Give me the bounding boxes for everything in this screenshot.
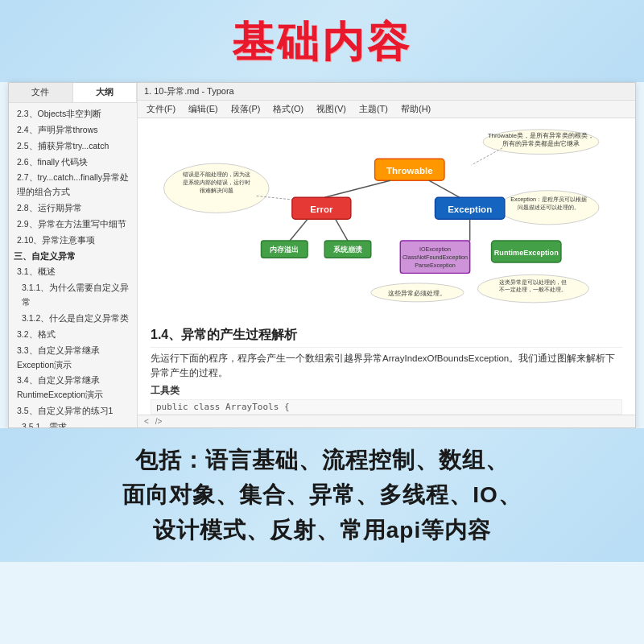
svg-text:Throwable: Throwable — [386, 166, 433, 175]
svg-text:这些异常必须处理。: 这些异常必须处理。 — [388, 290, 446, 297]
list-item[interactable]: 3.2、格式 — [10, 327, 135, 343]
svg-text:错误是不能处理的，因为这: 错误是不能处理的，因为这 — [182, 171, 250, 178]
list-item[interactable]: 2.8、运行期异常 — [10, 200, 135, 217]
svg-text:很难解决问题: 很难解决问题 — [200, 187, 233, 194]
bottom-toolbar: < /> — [138, 415, 635, 427]
svg-text:不一定处理，一般不处理。: 不一定处理，一般不处理。 — [499, 286, 567, 293]
svg-text:Throwable类，是所有异常类的根类，: Throwable类，是所有异常类的根类， — [488, 132, 594, 139]
svg-line-3 — [472, 148, 502, 165]
list-item[interactable]: 2.9、异常在方法重写中细节 — [10, 217, 135, 233]
sidebar-items-list: 2.3、Objects非空判断 2.4、声明异常throws 2.5、捕获异常t… — [9, 103, 137, 427]
menu-help[interactable]: 帮助(H) — [398, 102, 433, 116]
list-item[interactable]: 2.10、异常注意事项 — [10, 233, 135, 249]
svg-text:Exception：是程序员可以根据: Exception：是程序员可以根据 — [510, 196, 587, 203]
svg-text:Exception: Exception — [448, 204, 492, 214]
svg-line-16 — [429, 180, 460, 197]
main-content: 1. 10-异常.md - Typora 文件(F) 编辑(E) 段落(P) 格… — [138, 83, 635, 427]
toolbar-icon-right[interactable]: /> — [155, 417, 163, 426]
section-heading: 1.4、异常的产生过程解析 — [151, 327, 622, 348]
tab-outline[interactable]: 大纲 — [73, 83, 138, 102]
list-item[interactable]: 3.1.2、什么是自定义异常类 — [10, 311, 135, 327]
menu-view[interactable]: 视图(V) — [314, 102, 349, 116]
svg-text:所有的异常类都是由它继承: 所有的异常类都是由它继承 — [502, 140, 580, 147]
throwable-diagram: Throwable类，是所有异常类的根类， 所有的异常类都是由它继承 错误是不能… — [151, 126, 622, 320]
menu-file[interactable]: 文件(F) — [144, 102, 178, 116]
svg-text:RuntimeException: RuntimeException — [494, 249, 559, 257]
svg-text:这类异常是可以处理的，但: 这类异常是可以处理的，但 — [499, 279, 567, 286]
list-item[interactable]: 3.1、概述 — [10, 264, 135, 280]
svg-line-15 — [324, 180, 390, 197]
tab-file[interactable]: 文件 — [9, 83, 73, 102]
bottom-line3: 设计模式、反射、常用api等内容 — [24, 513, 620, 547]
svg-line-22 — [336, 219, 348, 241]
list-item[interactable]: 2.6、finally 代码块 — [10, 155, 135, 171]
list-item[interactable]: 3.5.1、需求 — [10, 419, 135, 427]
svg-text:系统崩溃: 系统崩溃 — [333, 246, 363, 254]
svg-text:ClassNotFoundException: ClassNotFoundException — [402, 254, 468, 261]
svg-text:是系统内部的错误，运行时: 是系统内部的错误，运行时 — [183, 179, 250, 186]
bottom-text-area: 包括：语言基础、流程控制、数组、 面向对象、集合、异常、多线程、IO、 设计模式… — [0, 428, 644, 562]
toolbar-icon-left[interactable]: < — [144, 417, 149, 426]
list-item[interactable]: 3.3、自定义异常继承Exception演示 — [10, 343, 135, 374]
list-item[interactable]: 2.4、声明异常throws — [10, 122, 135, 138]
editor-area: 文件 大纲 2.3、Objects非空判断 2.4、声明异常throws 2.5… — [8, 82, 636, 428]
list-item[interactable]: 3.4、自定义异常继承RuntimeException演示 — [10, 373, 135, 403]
menubar: 文件(F) 编辑(E) 段落(P) 格式(O) 视图(V) 主题(T) 帮助(H… — [138, 101, 635, 118]
svg-text:IOException: IOException — [419, 246, 451, 253]
bottom-line2: 面向对象、集合、异常、多线程、IO、 — [24, 477, 620, 512]
svg-text:内存溢出: 内存溢出 — [270, 246, 299, 254]
list-item[interactable]: 3.5、自定义异常的练习1 — [10, 403, 135, 419]
svg-line-21 — [290, 219, 308, 241]
list-item[interactable]: 三、自定义异常 — [10, 249, 135, 265]
tool-label: 工具类 — [151, 384, 622, 398]
sidebar-tabs: 文件 大纲 — [9, 83, 137, 103]
list-item[interactable]: 2.5、捕获异常try...catch — [10, 138, 135, 155]
page-title: 基础内容 — [0, 14, 644, 71]
doc-content: Throwable类，是所有异常类的根类， 所有的异常类都是由它继承 错误是不能… — [138, 118, 635, 415]
svg-text:问题描述还可以处理的。: 问题描述还可以处理的。 — [518, 204, 580, 211]
list-item[interactable]: 2.7、try...catch...finally异常处理的组合方式 — [10, 170, 135, 200]
sidebar: 文件 大纲 2.3、Objects非空判断 2.4、声明异常throws 2.5… — [9, 83, 138, 427]
list-item[interactable]: 3.1.1、为什么需要自定义异常 — [10, 280, 135, 311]
bottom-line1: 包括：语言基础、流程控制、数组、 — [24, 443, 620, 477]
menu-theme[interactable]: 主题(T) — [357, 102, 390, 116]
svg-text:Error: Error — [310, 204, 333, 214]
title-area: 基础内容 — [0, 0, 644, 82]
list-item[interactable]: 2.3、Objects非空判断 — [10, 106, 135, 122]
section-text: 先运行下面的程序，程序会产生一个数组索引越界异常ArrayIndexOfBoun… — [151, 351, 622, 381]
titlebar: 1. 10-异常.md - Typora — [138, 83, 635, 101]
menu-edit[interactable]: 编辑(E) — [186, 102, 221, 116]
menu-paragraph[interactable]: 段落(P) — [229, 102, 263, 116]
menu-format[interactable]: 格式(O) — [270, 102, 306, 116]
svg-text:ParseException: ParseException — [415, 262, 455, 269]
code-snippet: public class ArrayTools { — [151, 399, 622, 415]
